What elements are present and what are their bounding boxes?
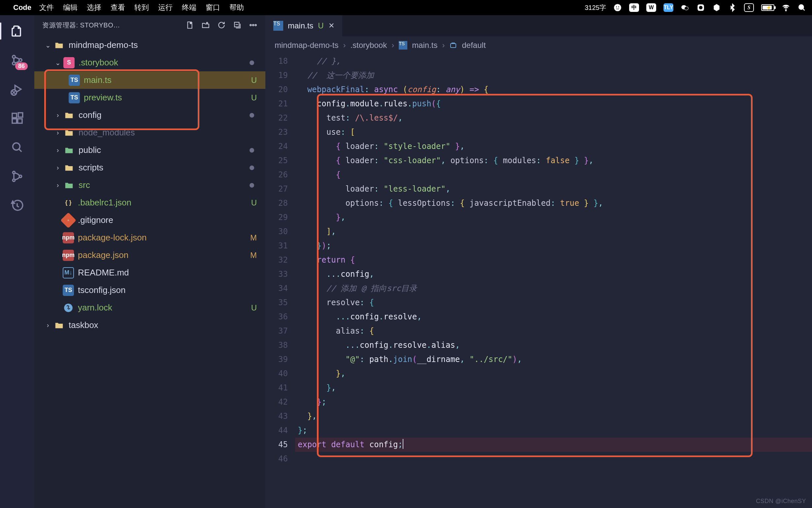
code-area[interactable]: 1819202122232425262728293031323334353637… [266, 54, 812, 508]
battery-icon[interactable]: ⚡ [761, 4, 774, 11]
tree-label: package-lock.json [78, 232, 147, 243]
new-folder-icon[interactable] [200, 19, 211, 31]
wifi-icon[interactable] [782, 3, 790, 12]
md-icon: M↓ [63, 267, 74, 279]
git-status: M [250, 251, 257, 260]
svg-rect-26 [450, 44, 456, 48]
tree-file-gitignore[interactable]: ◦ .gitignore [34, 211, 266, 229]
svg-point-6 [699, 6, 703, 10]
breadcrumb[interactable]: mindmap-demo-ts› .storybook› TS main.ts›… [266, 36, 812, 54]
refresh-icon[interactable] [216, 19, 227, 31]
menu-file[interactable]: 文件 [39, 3, 54, 12]
activity-search[interactable] [10, 140, 25, 155]
breadcrumb-part[interactable]: .storybook [350, 41, 387, 50]
tree-label: src [79, 180, 90, 190]
activity-git-graph[interactable] [10, 169, 25, 184]
tree-folder-public[interactable]: › public [34, 141, 266, 159]
tree-file-babelrc[interactable]: { } .babelrc1.json U [34, 194, 266, 211]
explorer-header: 资源管理器: STORYBO… [34, 15, 266, 35]
tree-folder-storybook[interactable]: ⌄ S .storybook [34, 54, 266, 71]
svg-point-18 [12, 171, 15, 174]
tree-file-pkg[interactable]: npm package.json M [34, 246, 266, 264]
menu-help[interactable]: 帮助 [229, 3, 244, 12]
folder-icon [63, 180, 75, 191]
tree-folder-scripts[interactable]: › scripts [34, 159, 266, 176]
breadcrumb-part[interactable]: main.ts [412, 41, 437, 50]
activity-scm[interactable]: 86 [10, 53, 25, 68]
w-icon[interactable]: W [646, 3, 656, 12]
folder-icon [53, 40, 65, 51]
macos-menubar: Code 文件 编辑 选择 查看 转到 运行 终端 窗口 帮助 3125字 中 … [0, 0, 812, 15]
svg-rect-16 [18, 113, 22, 117]
tree-root[interactable]: ⌄ mindmap-demo-ts [34, 36, 266, 54]
ime-indicator[interactable]: 中 [629, 3, 639, 12]
activity-debug[interactable] [10, 82, 25, 96]
tree-file-main-ts[interactable]: TS main.ts U [34, 71, 266, 89]
more-icon[interactable] [248, 19, 259, 31]
tree-label: .gitignore [78, 215, 113, 225]
git-status: M [250, 233, 257, 243]
menu-terminal[interactable]: 终端 [182, 3, 196, 12]
menu-selection[interactable]: 选择 [87, 3, 101, 12]
tree-label: preview.ts [84, 92, 122, 103]
scm-badge: 86 [15, 62, 28, 70]
menu-go[interactable]: 转到 [134, 3, 149, 12]
spotlight-icon[interactable] [798, 3, 806, 12]
activity-explorer[interactable] [10, 24, 25, 38]
tree-file-readme[interactable]: M↓ README.md [34, 264, 266, 282]
svg-point-1 [616, 6, 617, 7]
tree-label: .babelrc1.json [78, 198, 131, 208]
menu-window[interactable]: 窗口 [206, 3, 220, 12]
app-icon-1[interactable] [697, 3, 705, 12]
smiley-icon[interactable] [613, 3, 622, 12]
editor: TS main.ts U ✕ mindmap-demo-ts› .storybo… [266, 15, 812, 508]
close-icon[interactable]: ✕ [328, 22, 334, 30]
json-icon: { } [63, 197, 74, 208]
folder-icon [63, 127, 75, 138]
svg-point-4 [684, 7, 688, 10]
bluetooth-icon[interactable] [728, 3, 737, 12]
explorer-title: 资源管理器: STORYBO… [42, 21, 120, 30]
git-status: U [251, 76, 257, 85]
new-file-icon[interactable] [184, 19, 195, 31]
hexagon-icon[interactable] [712, 3, 721, 12]
activity-extensions[interactable] [10, 111, 25, 126]
tree-file-preview-ts[interactable]: TS preview.ts U [34, 89, 266, 107]
breadcrumb-part[interactable]: mindmap-demo-ts [275, 41, 338, 50]
code-content[interactable]: // }, // 这一个要添加 webpackFinal: async (con… [295, 54, 812, 508]
app-name[interactable]: Code [13, 3, 31, 12]
tree-folder-config[interactable]: › config [34, 107, 266, 124]
tree-folder-node-modules[interactable]: › node_modules [34, 124, 266, 141]
collapse-icon[interactable] [232, 19, 243, 31]
git-status: U [251, 303, 257, 312]
tree-file-tsconfig[interactable]: TS tsconfig.json [34, 282, 266, 299]
git-icon: ◦ [60, 212, 76, 228]
menu-edit[interactable]: 编辑 [63, 3, 78, 12]
breadcrumb-part[interactable]: default [462, 41, 485, 50]
tree-label: node_modules [79, 127, 135, 138]
ts-icon: TS [273, 21, 283, 31]
s-icon[interactable]: S [744, 3, 754, 12]
tree-file-yarn[interactable]: yarn.lock U [34, 299, 266, 316]
tly-icon[interactable]: TLY [663, 3, 673, 12]
menu-run[interactable]: 运行 [158, 3, 173, 12]
menu-view[interactable]: 查看 [110, 3, 125, 12]
tree-file-pkglock[interactable]: npm package-lock.json M [34, 229, 266, 246]
file-tree[interactable]: ⌄ mindmap-demo-ts ⌄ S .storybook TS main… [34, 35, 266, 334]
tree-folder-src[interactable]: › src [34, 176, 266, 194]
activity-timeline[interactable] [10, 198, 25, 213]
svg-point-20 [19, 175, 21, 177]
tree-root-taskbox[interactable]: › taskbox [34, 316, 266, 334]
svg-point-9 [12, 55, 15, 58]
tree-label: scripts [79, 163, 103, 173]
status-wordcount[interactable]: 3125字 [585, 3, 606, 12]
ts-icon: TS [69, 75, 80, 86]
folder-icon [63, 162, 75, 173]
svg-point-2 [618, 6, 619, 7]
editor-tab-main-ts[interactable]: TS main.ts U ✕ [266, 15, 343, 36]
git-status: U [251, 198, 257, 207]
wechat-icon[interactable] [681, 3, 689, 12]
symbol-icon [449, 41, 457, 49]
tree-label: .storybook [79, 57, 118, 68]
tree-label: config [79, 110, 101, 120]
